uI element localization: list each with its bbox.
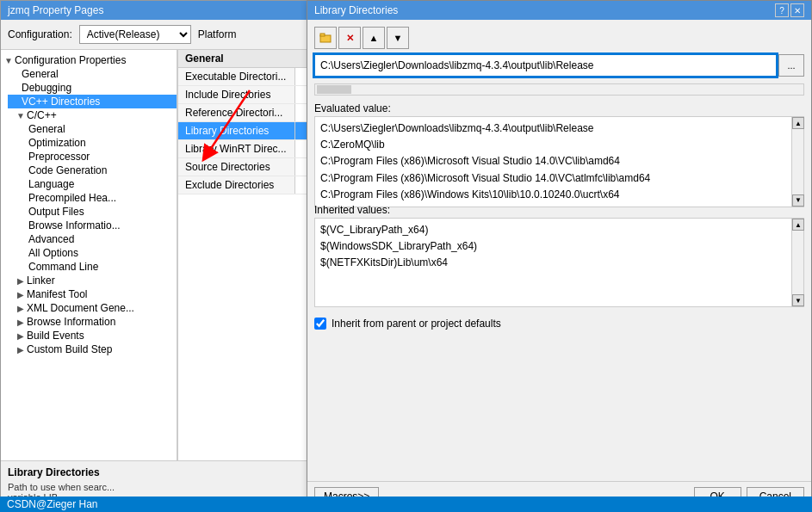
platform-label: Platform [198,28,237,40]
tree-item-linker[interactable]: ▶ Linker [8,274,177,287]
eval-line-3: C:\Program Files (x86)\Microsoft Visual … [320,153,786,170]
tree-item-preprocessor[interactable]: Preprocessor [28,150,177,163]
inherited-scroll-track [792,231,803,294]
eval-scrollbar[interactable]: ▲ ▼ [791,117,803,207]
evaluated-content: C:\Users\Ziegler\Downloads\libzmq-4.3.4\… [315,117,791,207]
move-down-btn[interactable]: ▼ [387,27,409,49]
left-tree: ▼ Configuration Properties General Debug… [1,50,177,460]
tree-item-browse-info-top[interactable]: ▶ Browse Information [8,315,177,329]
split-container: ▼ Configuration Properties General Debug… [1,50,309,460]
config-select[interactable]: Active(Release) [79,25,191,44]
prop-row-library[interactable]: Library Directories [178,122,309,140]
evaluated-label: Evaluated value: [314,102,804,114]
inherited-line-1: $(VC_LibraryPath_x64) [320,222,786,238]
inherited-line-3: $(NETFXKitsDir)Lib\um\x64 [320,255,786,271]
hscroll-bar[interactable] [314,83,804,96]
inherit-checkbox[interactable] [314,318,326,330]
status-bar: CSDN@Zieger Han [0,497,812,512]
svg-rect-3 [320,34,325,36]
tree-item-precompiled[interactable]: Precompiled Hea... [28,191,177,205]
cpp-subitems: General Optimization Preprocessor Code G… [8,122,177,274]
tree-item-advanced[interactable]: Advanced [28,232,177,246]
expander-linker: ▶ [15,276,27,286]
prop-list: Executable Directori... Include Director… [178,68,309,194]
dialog-title: Library Directories [314,4,398,16]
expander-xml: ▶ [15,304,27,313]
tree-item-language[interactable]: Language [28,177,177,191]
tree-group-config: General Debugging VC++ Directories ▼ C/C… [1,67,177,356]
prop-row-exclude[interactable]: Exclude Directories [178,176,309,194]
tree-item-build-events[interactable]: ▶ Build Events [8,329,177,342]
expander-manifest: ▶ [15,290,27,299]
tree-item-config-props[interactable]: ▼ Configuration Properties [1,53,177,67]
inherited-section: Inherited values: $(VC_LibraryPath_x64) … [314,204,804,307]
inherit-label: Inherit from parent or project defaults [332,318,501,330]
inherited-label: Inherited values: [314,204,804,216]
main-title: jzmq Property Pages [8,4,103,16]
tree-label-config-props: Configuration Properties [15,54,126,66]
tree-item-optimization[interactable]: Optimization [28,136,177,150]
inherit-row: Inherit from parent or project defaults [314,314,804,333]
config-bar: Configuration: Active(Release) Platform [1,20,309,50]
main-titlebar: jzmq Property Pages [1,1,309,20]
eval-line-5: C:\Program Files (x86)\Windows Kits\10\l… [320,187,786,203]
prop-row-winrt[interactable]: Library WinRT Direc... [178,140,309,158]
dialog-body: ✕ ▲ ▼ ... Evaluated value: C:\Users\Zieg… [307,20,811,481]
right-panel: General Executable Directori... Include … [177,50,309,460]
inherited-scroll-up[interactable]: ▲ [792,219,804,231]
prop-row-include[interactable]: Include Directories [178,86,309,104]
expander-config-props: ▼ [3,56,15,65]
move-up-btn[interactable]: ▲ [363,27,385,49]
inherited-scrollbar[interactable]: ▲ ▼ [791,219,803,306]
tree-item-manifest-tool[interactable]: ▶ Manifest Tool [8,287,177,301]
tree-item-browse-info-cpp[interactable]: Browse Informatio... [28,219,177,232]
main-window: jzmq Property Pages Configuration: Activ… [0,0,310,512]
browse-btn[interactable]: ... [778,54,804,77]
dialog-close-btn[interactable]: ✕ [790,3,804,17]
top-toolbar: ✕ ▲ ▼ [314,27,804,49]
desc-title: Library Directories [8,466,302,478]
dialog-titlebar: Library Directories ? ✕ [307,1,811,20]
inherited-box: $(VC_LibraryPath_x64) $(WindowsSDK_Libra… [314,218,804,307]
eval-line-2: C:\ZeroMQ\lib [320,137,786,153]
prop-row-reference[interactable]: Reference Directori... [178,104,309,122]
folder-icon [319,32,332,44]
tree-item-debugging[interactable]: Debugging [8,81,177,95]
config-label: Configuration: [8,28,72,40]
status-text: CSDN@Zieger Han [7,498,98,510]
evaluated-section: Evaluated value: C:\Users\Ziegler\Downlo… [314,102,804,197]
library-directories-dialog: Library Directories ? ✕ ✕ ▲ ▼ ... [307,0,812,512]
path-input-row: ... [314,54,804,77]
inherited-content: $(VC_LibraryPath_x64) $(WindowsSDK_Libra… [315,219,791,306]
evaluated-box: C:\Users\Ziegler\Downloads\libzmq-4.3.4\… [314,116,804,207]
tree-item-custom-build[interactable]: ▶ Custom Build Step [8,342,177,356]
eval-line-1: C:\Users\Ziegler\Downloads\libzmq-4.3.4\… [320,120,786,137]
delete-btn[interactable]: ✕ [338,27,361,49]
tree-item-general[interactable]: General [8,67,177,81]
eval-line-4: C:\Program Files (x86)\Microsoft Visual … [320,170,786,187]
tree-item-all-options[interactable]: All Options [28,246,177,260]
tree-item-cmd-line[interactable]: Command Line [28,260,177,274]
tree-item-code-gen[interactable]: Code Generation [28,163,177,177]
eval-scroll-up[interactable]: ▲ [792,117,804,129]
path-input[interactable] [314,54,777,77]
input-section: ✕ ▲ ▼ ... [314,27,804,77]
tree-item-vc-dirs[interactable]: VC++ Directories [8,95,177,108]
tree-item-xml-doc[interactable]: ▶ XML Document Gene... [8,301,177,315]
tree-item-output-files[interactable]: Output Files [28,205,177,219]
prop-row-exe[interactable]: Executable Directori... [178,68,309,86]
inherited-line-2: $(WindowsSDK_LibraryPath_x64) [320,238,786,255]
new-folder-btn[interactable] [314,27,337,49]
hscroll-thumb [317,85,351,94]
prop-row-source[interactable]: Source Directories [178,158,309,176]
dialog-help-btn[interactable]: ? [775,3,789,17]
expander-cpp: ▼ [15,111,27,120]
tree-item-cpp-general[interactable]: General [28,122,177,136]
expander-build: ▶ [15,331,27,341]
inherited-scroll-down[interactable]: ▼ [792,294,804,306]
expander-browse: ▶ [15,318,27,327]
expander-custom: ▶ [15,345,27,355]
tree-item-cpp[interactable]: ▼ C/C++ [8,108,177,122]
eval-scroll-track [792,129,803,194]
prop-section-header: General [178,50,309,68]
